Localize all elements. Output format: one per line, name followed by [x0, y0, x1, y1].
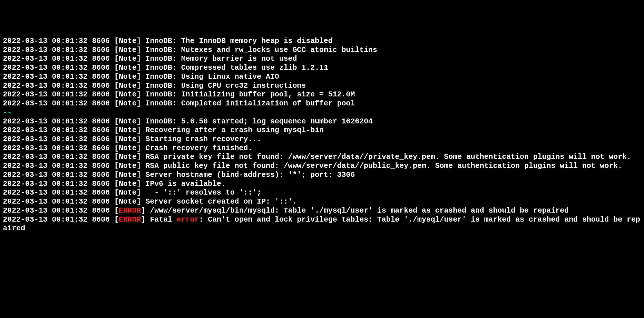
- log-line: 2022-03-13 00:01:32 8606 [Note] InnoDB: …: [3, 55, 643, 64]
- terminal-log: 2022-03-13 00:01:32 8606 [Note] InnoDB: …: [3, 37, 643, 233]
- log-line: 2022-03-13 00:01:32 8606 [ERROR] /www/se…: [3, 206, 643, 215]
- log-line: 2022-03-13 00:01:32 8606 [Note] Crash re…: [3, 144, 643, 153]
- log-line: 2022-03-13 00:01:32 8606 [Note] Recoveri…: [3, 126, 643, 135]
- error-word: error: [177, 215, 199, 224]
- log-line: 2022-03-13 00:01:32 8606 [Note] InnoDB: …: [3, 73, 643, 82]
- log-line: 2022-03-13 00:01:32 8606 [Note] InnoDB: …: [3, 82, 643, 91]
- log-line: 2022-03-13 00:01:32 8606 [Note] InnoDB: …: [3, 46, 643, 55]
- log-line: 2022-03-13 00:01:32 8606 [Note] InnoDB: …: [3, 64, 643, 73]
- log-line: 2022-03-13 00:01:32 8606 [Note] InnoDB: …: [3, 117, 643, 126]
- log-line: 2022-03-13 00:01:32 8606 [Note] RSA priv…: [3, 153, 643, 162]
- error-tag: ERROR: [119, 215, 141, 224]
- error-tag: ERROR: [119, 206, 141, 215]
- log-line: 2022-03-13 00:01:32 8606 [Note] InnoDB: …: [3, 37, 643, 46]
- log-line: 2022-03-13 00:01:32 8606 [Note] InnoDB: …: [3, 90, 643, 99]
- log-line: 2022-03-13 00:01:32 8606 [Note] - '::' r…: [3, 188, 643, 197]
- log-line: 2022-03-13 00:01:32 8606 [Note] Server h…: [3, 171, 643, 180]
- log-line: 2022-03-13 00:01:32 8606 [Note] RSA publ…: [3, 162, 643, 171]
- separator: --: [3, 108, 12, 117]
- log-line: 2022-03-13 00:01:32 8606 [Note] Starting…: [3, 135, 643, 144]
- log-line: 2022-03-13 00:01:32 8606 [Note] Server s…: [3, 197, 643, 206]
- log-line: --: [3, 108, 643, 117]
- log-line: 2022-03-13 00:01:32 8606 [ERROR] Fatal e…: [3, 215, 643, 233]
- log-line: 2022-03-13 00:01:32 8606 [Note] InnoDB: …: [3, 99, 643, 108]
- log-line: 2022-03-13 00:01:32 8606 [Note] IPv6 is …: [3, 180, 643, 189]
